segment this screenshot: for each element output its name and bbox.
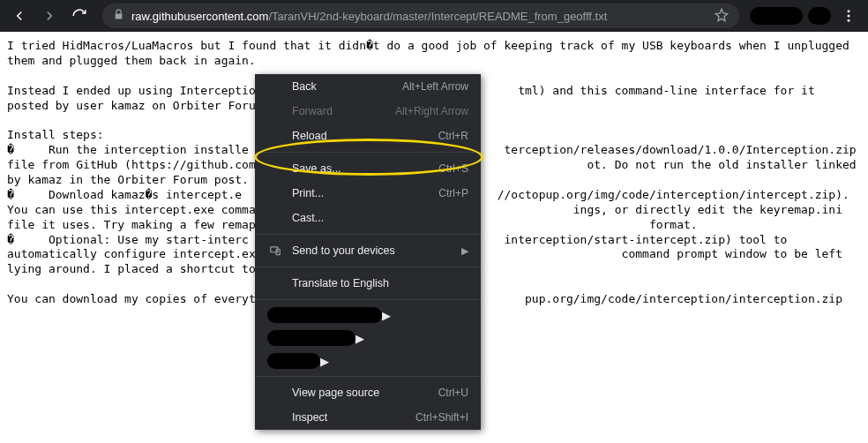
url-domain: raw.githubusercontent.com [131, 10, 268, 23]
menu-save-as-shortcut: Ctrl+S [438, 162, 468, 175]
menu-inspect-label: Inspect [292, 411, 415, 424]
devices-icon [267, 244, 283, 257]
menu-view-source[interactable]: View page source Ctrl+U [255, 380, 481, 405]
menu-save-as-label: Save as... [292, 162, 438, 175]
chevron-right-icon: ▶ [461, 245, 468, 257]
back-button[interactable] [7, 4, 32, 28]
menu-separator [255, 234, 481, 235]
reload-button[interactable] [67, 4, 92, 28]
menu-reload-shortcut: Ctrl+R [438, 130, 468, 142]
menu-separator [255, 267, 481, 267]
forward-button[interactable] [37, 4, 62, 28]
menu-forward-label: Forward [292, 105, 395, 117]
menu-back[interactable]: Back Alt+Left Arrow [255, 74, 481, 99]
redacted-menu-item[interactable]: ▶ [255, 304, 481, 327]
menu-view-source-shortcut: Ctrl+U [438, 387, 468, 399]
menu-cast-label: Cast... [292, 212, 468, 224]
menu-separator [255, 376, 481, 377]
chevron-right-icon: ▶ [320, 355, 329, 368]
svg-point-0 [848, 10, 850, 12]
svg-point-2 [848, 19, 850, 22]
menu-print-label: Print... [292, 187, 438, 199]
address-bar[interactable]: raw.githubusercontent.com/TaranVH/2nd-ke… [102, 4, 739, 28]
menu-reload[interactable]: Reload Ctrl+R [255, 124, 481, 148]
menu-view-source-label: View page source [292, 387, 438, 399]
menu-translate-label: Translate to English [292, 277, 468, 289]
menu-back-label: Back [292, 80, 402, 93]
menu-separator [255, 299, 481, 300]
menu-save-as[interactable]: Save as... Ctrl+S [255, 156, 481, 181]
menu-print[interactable]: Print... Ctrl+P [255, 181, 481, 206]
chevron-right-icon: ▶ [382, 309, 391, 322]
redacted-area [750, 7, 803, 25]
menu-inspect[interactable]: Inspect Ctrl+Shift+I [255, 405, 481, 430]
url-path: /TaranVH/2nd-keyboard/master/Intercept/R… [268, 10, 607, 23]
lock-icon [113, 9, 124, 23]
menu-inspect-shortcut: Ctrl+Shift+I [415, 411, 468, 424]
menu-forward[interactable]: Forward Alt+Right Arrow [255, 99, 481, 124]
context-menu: Back Alt+Left Arrow Forward Alt+Right Ar… [255, 74, 481, 430]
menu-translate[interactable]: Translate to English [255, 271, 481, 296]
menu-send-label: Send to your devices [292, 244, 468, 257]
svg-point-1 [848, 15, 850, 18]
chevron-right-icon: ▶ [355, 332, 364, 345]
redacted-area [808, 7, 831, 25]
star-icon[interactable] [715, 8, 729, 25]
redacted-menu-item[interactable]: ▶ [255, 327, 481, 349]
menu-button[interactable] [836, 4, 861, 28]
menu-print-shortcut: Ctrl+P [438, 187, 468, 199]
menu-reload-label: Reload [292, 130, 438, 142]
browser-toolbar: raw.githubusercontent.com/TaranVH/2nd-ke… [0, 0, 868, 32]
menu-forward-shortcut: Alt+Right Arrow [395, 105, 468, 117]
menu-separator [255, 152, 481, 153]
menu-cast[interactable]: Cast... [255, 206, 481, 230]
redacted-menu-item[interactable]: ▶ [255, 349, 481, 372]
menu-back-shortcut: Alt+Left Arrow [402, 80, 468, 93]
menu-send-to-devices[interactable]: Send to your devices ▶ [255, 238, 481, 263]
